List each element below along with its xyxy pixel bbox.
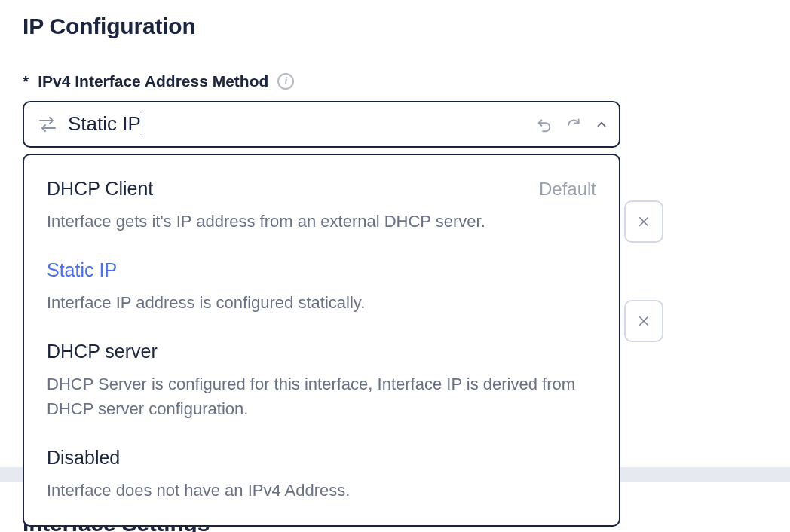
text-caret [142, 112, 143, 135]
undo-icon[interactable] [536, 116, 553, 133]
address-method-combo: Static IP [23, 101, 620, 148]
option-static-ip[interactable]: Static IP Interface IP address is config… [47, 256, 596, 338]
swap-icon [38, 116, 57, 133]
combo-actions [536, 116, 608, 133]
option-title: DHCP Client [47, 178, 153, 200]
refresh-icon[interactable] [566, 117, 581, 132]
option-description: Interface IP address is configured stati… [47, 290, 596, 315]
address-method-input[interactable]: Static IP [23, 101, 620, 148]
option-description: DHCP Server is configured for this inter… [47, 371, 596, 421]
clear-button[interactable] [624, 200, 663, 243]
option-dhcp-client[interactable]: DHCP Client Default Interface gets it's … [47, 175, 596, 256]
field-label-row: * IPv4 Interface Address Method i [23, 72, 770, 90]
option-title: Disabled [47, 447, 120, 469]
option-dhcp-server[interactable]: DHCP server DHCP Server is configured fo… [47, 338, 596, 444]
section-title: IP Configuration [23, 14, 770, 39]
address-method-dropdown: DHCP Client Default Interface gets it's … [23, 154, 620, 527]
chevron-up-icon[interactable] [595, 118, 608, 131]
info-icon[interactable]: i [277, 73, 294, 90]
clear-button[interactable] [624, 300, 663, 342]
field-label: IPv4 Interface Address Method [38, 72, 268, 90]
option-title: Static IP [47, 259, 117, 281]
option-default-badge: Default [539, 179, 596, 200]
option-disabled[interactable]: Disabled Interface does not have an IPv4… [47, 444, 596, 506]
option-title: DHCP server [47, 341, 158, 362]
address-method-value: Static IP [68, 112, 525, 136]
option-description: Interface gets it's IP address from an e… [47, 209, 596, 234]
option-description: Interface does not have an IPv4 Address. [47, 478, 596, 503]
required-marker: * [23, 72, 29, 90]
